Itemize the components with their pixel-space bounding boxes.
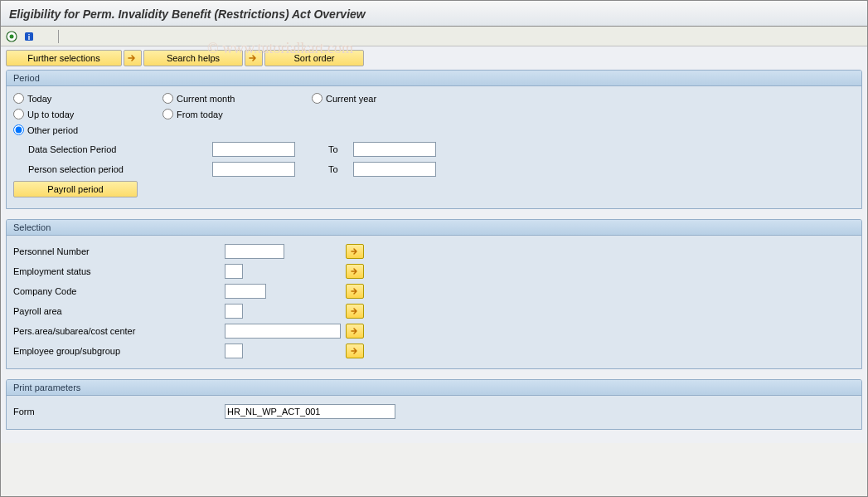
data-selection-from-input[interactable] — [212, 142, 295, 157]
employee-group-multi-icon[interactable] — [346, 344, 364, 358]
employee-group-input[interactable] — [225, 344, 243, 358]
radio-today-label: Today — [27, 94, 51, 104]
info-icon[interactable]: i — [22, 29, 36, 44]
execute-icon[interactable] — [4, 29, 19, 44]
payroll-area-multi-icon[interactable] — [346, 304, 364, 319]
pers-area-multi-icon[interactable] — [346, 324, 364, 339]
personnel-number-multi-icon[interactable] — [346, 244, 364, 259]
period-panel: Period Today Current month Current year … — [6, 70, 862, 209]
selection-panel-header: Selection — [7, 220, 861, 236]
sort-order-button[interactable]: Sort order — [264, 50, 364, 66]
employment-status-input[interactable] — [225, 264, 243, 279]
action-button-row: Further selections Search helps Sort ord… — [6, 50, 862, 66]
radio-other-period[interactable]: Other period — [13, 124, 162, 135]
person-selection-label: Person selection period — [28, 164, 212, 174]
sort-order-arrow-icon[interactable] — [245, 50, 263, 66]
pers-area-label: Pers.area/subarea/cost center — [13, 326, 225, 336]
radio-current-month-label: Current month — [177, 94, 235, 104]
employee-group-label: Employee group/subgroup — [13, 346, 225, 356]
payroll-area-input[interactable] — [225, 304, 243, 319]
person-selection-from-input[interactable] — [212, 162, 295, 177]
radio-today-input[interactable] — [13, 93, 24, 104]
svg-text:i: i — [28, 33, 31, 41]
content-area: Further selections Search helps Sort ord… — [1, 46, 867, 443]
radio-current-year[interactable]: Current year — [312, 93, 461, 104]
company-code-input[interactable] — [225, 284, 266, 299]
payroll-area-label: Payroll area — [13, 306, 225, 316]
radio-current-month[interactable]: Current month — [162, 93, 312, 104]
period-panel-header: Period — [7, 71, 861, 86]
data-selection-to-label: To — [328, 144, 353, 154]
radio-up-to-today-label: Up to today — [27, 110, 74, 119]
radio-current-year-input[interactable] — [312, 93, 322, 104]
employment-status-multi-icon[interactable] — [346, 264, 364, 279]
color-bars-icon[interactable] — [39, 29, 54, 44]
employment-status-label: Employment status — [13, 266, 225, 276]
further-selections-button[interactable]: Further selections — [6, 50, 122, 66]
selection-panel: Selection Personnel Number Employment st… — [6, 219, 862, 369]
pers-area-input[interactable] — [225, 324, 341, 339]
radio-from-today[interactable]: From today — [162, 109, 312, 119]
radio-from-today-label: From today — [177, 110, 223, 119]
data-selection-to-input[interactable] — [353, 142, 436, 157]
radio-other-period-label: Other period — [27, 125, 78, 135]
personnel-number-label: Personnel Number — [13, 246, 225, 256]
person-selection-to-input[interactable] — [353, 162, 436, 177]
radio-current-year-label: Current year — [326, 94, 376, 104]
personnel-number-input[interactable] — [225, 244, 284, 259]
radio-other-period-input[interactable] — [13, 124, 24, 135]
app-toolbar: i — [1, 27, 867, 46]
form-input[interactable] — [225, 404, 395, 419]
company-code-label: Company Code — [13, 286, 225, 296]
radio-up-to-today-input[interactable] — [13, 109, 24, 119]
page-title: Eligibility for Perm. Invalidity Benefit… — [1, 1, 867, 27]
data-selection-label: Data Selection Period — [28, 144, 212, 154]
toolbar-separator — [58, 30, 59, 43]
search-helps-arrow-icon[interactable] — [124, 50, 142, 66]
form-label: Form — [13, 407, 225, 417]
payroll-period-button[interactable]: Payroll period — [13, 181, 138, 197]
print-panel: Print parameters Form — [6, 379, 862, 430]
radio-current-month-input[interactable] — [162, 93, 173, 104]
radio-today[interactable]: Today — [13, 93, 162, 104]
svg-point-1 — [10, 34, 14, 38]
search-helps-button[interactable]: Search helps — [143, 50, 243, 66]
company-code-multi-icon[interactable] — [346, 284, 364, 299]
person-selection-to-label: To — [328, 164, 353, 174]
radio-from-today-input[interactable] — [162, 109, 173, 119]
print-panel-header: Print parameters — [7, 380, 861, 396]
radio-up-to-today[interactable]: Up to today — [13, 109, 162, 119]
